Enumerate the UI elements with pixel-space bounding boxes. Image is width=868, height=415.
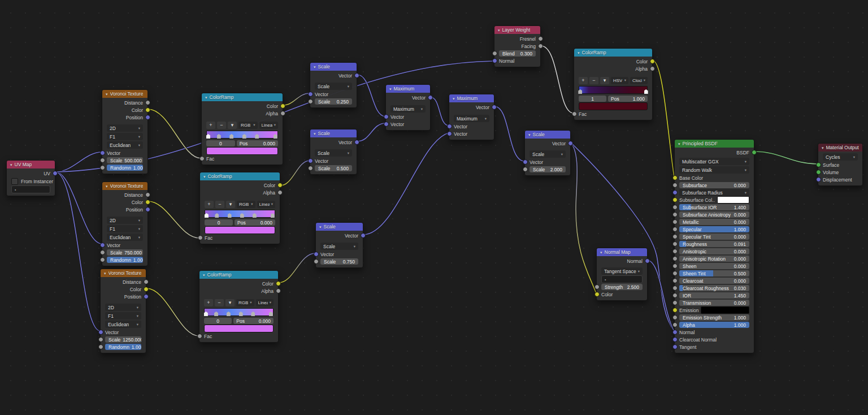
socket-right-alpha[interactable]	[276, 288, 281, 293]
socket-left-emission[interactable]	[672, 308, 678, 313]
node-header[interactable]: ▾Material Output	[818, 144, 862, 152]
color-swatch[interactable]	[579, 102, 648, 110]
socket-left-clearcoat-roughness[interactable]	[672, 286, 678, 291]
collapse-chevron-icon[interactable]: ▾	[10, 163, 12, 167]
remove-stop-button[interactable]: −	[589, 77, 598, 84]
dropdown-f1[interactable]: F1▾	[105, 312, 141, 319]
socket-left-scale[interactable]	[308, 166, 313, 171]
stop-position-field[interactable]: Pos0.000	[233, 318, 274, 324]
socket-right-fresnel[interactable]	[538, 36, 543, 41]
slider-scale[interactable]: Scale750.000	[107, 249, 143, 256]
socket-right-uv[interactable]	[53, 171, 58, 176]
color-swatch[interactable]	[204, 325, 274, 332]
color-ramp-gradient[interactable]	[579, 86, 648, 94]
dropdown-multiscatter-ggx[interactable]: Multiscatter GGX▾	[679, 158, 749, 165]
socket-left-scale[interactable]	[314, 259, 319, 264]
socket-right-alpha[interactable]	[650, 66, 655, 71]
socket-left-vector[interactable]	[100, 243, 105, 248]
collapse-chevron-icon[interactable]: ▾	[389, 87, 392, 91]
socket-left-clearcoat-normal[interactable]	[672, 337, 678, 342]
collapse-chevron-icon[interactable]: ▾	[106, 184, 108, 188]
socket-left-vector[interactable]	[308, 158, 313, 163]
socket-left-scale[interactable]	[523, 167, 528, 172]
node-header[interactable]: ▾Scale	[525, 131, 570, 139]
slider-randomn[interactable]: Randomn1.000	[105, 344, 141, 350]
collapse-chevron-icon[interactable]: ▾	[498, 28, 500, 32]
socket-left-subsurface-anisotropy[interactable]	[672, 212, 678, 217]
ramp-options-button[interactable]: ▾	[600, 77, 609, 84]
socket-left-subsurface-ior[interactable]	[672, 205, 678, 210]
stop-position-field[interactable]: Pos0.000	[235, 219, 275, 226]
color-ramp-gradient[interactable]	[206, 131, 278, 139]
socket-left-vector[interactable]	[384, 122, 389, 127]
stop-index-field[interactable]: 1	[579, 96, 606, 102]
node-header[interactable]: ▾Voronoi Texture	[101, 269, 146, 277]
socket-right-color[interactable]	[650, 59, 655, 64]
dropdown-maximum[interactable]: Maximum▾	[454, 115, 489, 122]
socket-left-scale[interactable]	[308, 99, 313, 104]
add-stop-button[interactable]: +	[205, 201, 214, 208]
socket-right-vector[interactable]	[361, 233, 366, 238]
node-header[interactable]: ▾ColorRamp	[202, 93, 283, 101]
socket-right-normal[interactable]	[645, 258, 650, 263]
node-editor-canvas[interactable]: ▾UV MapUVFrom Instancer•▾Voronoi Texture…	[0, 0, 868, 415]
ramp-stop-handle[interactable]	[206, 134, 210, 139]
socket-right-vector[interactable]	[492, 105, 497, 110]
stop-position-field[interactable]: Pos1.000	[608, 96, 648, 102]
socket-left-alpha[interactable]	[672, 322, 678, 327]
name-field[interactable]: •	[11, 185, 50, 193]
node-header[interactable]: ▾Scale	[310, 63, 357, 71]
socket-right-vector[interactable]	[354, 140, 359, 145]
stop-index-field[interactable]: 0	[204, 318, 232, 324]
socket-left-roughness[interactable]	[672, 241, 678, 247]
color-ramp-gradient[interactable]	[205, 210, 275, 218]
socket-left-vector[interactable]	[447, 131, 452, 136]
ramp-stop-handle[interactable]	[204, 312, 208, 316]
collapse-chevron-icon[interactable]: ▾	[319, 225, 322, 229]
slider-blend[interactable]: Blend0.300	[499, 50, 536, 57]
socket-left-subsurface[interactable]	[672, 183, 678, 188]
dropdown-color-mode[interactable]: RGB▾	[238, 122, 258, 129]
ramp-stop-handle[interactable]	[205, 213, 209, 218]
collapse-chevron-icon[interactable]: ▾	[822, 146, 824, 150]
dropdown-euclidean[interactable]: Euclidean▾	[107, 141, 143, 149]
node-header[interactable]: ▾Layer Weight	[494, 26, 540, 34]
socket-left-vector[interactable]	[384, 114, 389, 119]
slider-scale[interactable]: Scale0.250	[315, 98, 352, 105]
socket-left-randomn[interactable]	[100, 165, 105, 170]
node-header[interactable]: ▾Scale	[310, 129, 357, 137]
node-header[interactable]: ▾ColorRamp	[200, 172, 280, 180]
socket-right-distance[interactable]	[144, 279, 149, 284]
node-header[interactable]: ▾Maximum	[386, 85, 430, 93]
stop-position-field[interactable]: Pos0.000	[237, 140, 278, 146]
slider-specular-tint[interactable]: Specular Tint0.000	[679, 234, 749, 240]
collapse-chevron-icon[interactable]: ▾	[678, 142, 680, 146]
socket-right-vector[interactable]	[428, 95, 433, 100]
dropdown-scale[interactable]: Scale▾	[315, 149, 352, 157]
slider-scale[interactable]: Scale500.000	[107, 157, 143, 163]
socket-right-vector[interactable]	[354, 73, 359, 78]
dropdown-color-mode[interactable]: HSV▾	[611, 77, 628, 84]
dropdown-interpolation[interactable]: Clockw...▾	[630, 77, 648, 84]
node-header[interactable]: ▾ColorRamp	[574, 49, 652, 57]
collapse-chevron-icon[interactable]: ▾	[528, 133, 531, 137]
socket-left-specular-tint[interactable]	[672, 234, 678, 239]
socket-left-randomn[interactable]	[100, 257, 105, 262]
socket-left-emission-strength[interactable]	[672, 315, 678, 320]
slider-randomn[interactable]: Randomn1.000	[107, 165, 143, 171]
ramp-stop-handle[interactable]	[242, 134, 246, 139]
socket-right-color[interactable]	[280, 103, 285, 109]
socket-left-randomn[interactable]	[98, 344, 103, 349]
collapse-chevron-icon[interactable]: ▾	[203, 273, 205, 277]
dropdown-random-walk[interactable]: Random Walk▾	[679, 166, 749, 174]
collapse-chevron-icon[interactable]: ▾	[314, 65, 316, 69]
socket-left-blend[interactable]	[492, 51, 497, 56]
ramp-stop-handle[interactable]	[227, 312, 231, 316]
dropdown-euclidean[interactable]: Euclidean▾	[105, 321, 141, 328]
dropdown-interpolation[interactable]: Linear▾	[256, 299, 274, 306]
dropdown-2d[interactable]: 2D▾	[105, 304, 141, 311]
collapse-chevron-icon[interactable]: ▾	[205, 96, 207, 100]
socket-right-alpha[interactable]	[280, 111, 285, 116]
color-swatch[interactable]	[701, 306, 749, 314]
ramp-stop-handle[interactable]	[239, 312, 243, 316]
